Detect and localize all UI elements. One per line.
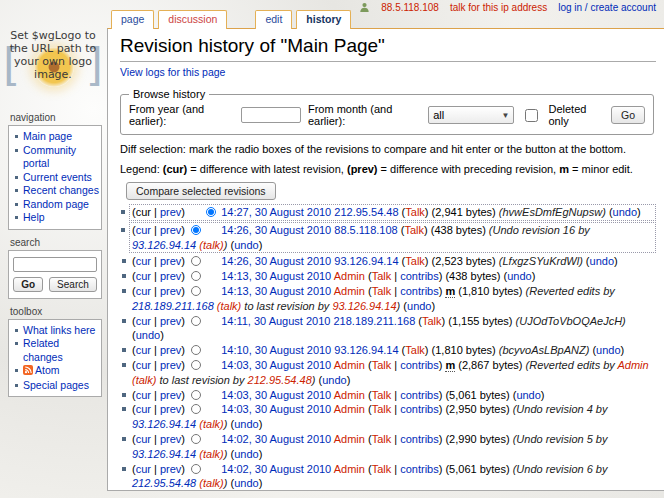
revision-user-link[interactable]: Admin [334, 359, 365, 371]
revision-select-radio[interactable] [191, 434, 201, 444]
tab-discussion[interactable]: discussion [158, 10, 227, 29]
cur-link[interactable]: cur [136, 224, 151, 236]
revision-select-radio[interactable] [191, 404, 201, 414]
revision-time-link[interactable]: 14:03, 30 August 2010 [221, 403, 331, 415]
revision-user-link[interactable]: 88.5.118.108 [334, 224, 397, 236]
login-link[interactable]: log in / create account [558, 2, 656, 13]
revision-time-link[interactable]: 14:26, 30 August 2010 [221, 255, 331, 267]
comment-link[interactable]: (talk) [199, 448, 223, 460]
user-contribs-link[interactable]: contribs [400, 433, 439, 445]
revision-time-link[interactable]: 14:26, 30 August 2010 [221, 224, 331, 236]
revision-select-radio[interactable] [191, 360, 201, 370]
revision-user-link[interactable]: Admin [334, 433, 365, 445]
cur-link[interactable]: cur [136, 285, 151, 297]
comment-link[interactable]: 93.126.94.14 [332, 300, 396, 312]
prev-link[interactable]: prev [160, 389, 181, 401]
cur-link[interactable]: cur [136, 433, 151, 445]
undo-link[interactable]: undo [516, 389, 540, 401]
sidebar-item-recent-changes[interactable]: Recent changes [13, 184, 99, 198]
revision-select-radio[interactable] [191, 464, 201, 474]
view-logs-link[interactable]: View logs for this page [120, 66, 225, 78]
revision-select-radio[interactable] [191, 316, 201, 326]
user-ip-link[interactable]: 88.5.118.108 [381, 2, 439, 13]
undo-link[interactable]: undo [234, 448, 258, 460]
prev-link[interactable]: prev [160, 285, 181, 297]
undo-link[interactable]: undo [613, 206, 637, 218]
from-year-input[interactable] [241, 107, 301, 123]
sidebar-item-main-page[interactable]: Main page [13, 130, 99, 144]
undo-link[interactable]: undo [136, 329, 160, 341]
prev-link[interactable]: prev [160, 224, 181, 236]
cur-link[interactable]: cur [136, 403, 151, 415]
cur-link[interactable]: cur [136, 389, 151, 401]
tab-edit[interactable]: edit [255, 10, 292, 29]
cur-link[interactable]: cur [136, 270, 151, 282]
user-talk-link[interactable]: Talk [372, 270, 392, 282]
revision-time-link[interactable]: 14:02, 30 August 2010 [221, 463, 331, 475]
user-talk-link[interactable]: Talk [405, 206, 425, 218]
user-contribs-link[interactable]: contribs [400, 359, 439, 371]
ip-talk-link[interactable]: talk for this ip address [450, 2, 547, 13]
prev-link[interactable]: prev [160, 206, 181, 218]
revision-time-link[interactable]: 14:13, 30 August 2010 [221, 285, 331, 297]
revision-user-link[interactable]: 93.126.94.14 [334, 344, 398, 356]
search-input[interactable] [13, 257, 97, 272]
user-talk-link[interactable]: Talk [404, 224, 424, 236]
sidebar-item-random-page[interactable]: Random page [13, 198, 99, 212]
revision-time-link[interactable]: 14:03, 30 August 2010 [221, 359, 331, 371]
revision-user-link[interactable]: 212.95.54.48 [334, 206, 398, 218]
undo-link[interactable]: undo [234, 477, 258, 489]
revision-time-link[interactable]: 14:11, 30 August 2010 [221, 315, 330, 327]
comment-link[interactable]: 212.95.54.48 [248, 374, 312, 386]
undo-link[interactable]: undo [507, 270, 531, 282]
cur-link[interactable]: cur [136, 255, 151, 267]
comment-link[interactable]: 218.189.211.168 [132, 300, 214, 312]
user-talk-link[interactable]: Talk [372, 285, 392, 297]
logo-placeholder[interactable]: [ ] Set $wgLogo to the URL path to your … [4, 27, 102, 109]
revision-select-radio[interactable] [191, 345, 201, 355]
comment-link[interactable]: 212.95.54.48 [132, 477, 196, 489]
tab-page[interactable]: page [111, 10, 154, 29]
sidebar-item-help[interactable]: Help [13, 211, 99, 225]
revision-user-link[interactable]: Admin [334, 463, 365, 475]
revision-select-radio[interactable] [191, 271, 201, 281]
cur-link[interactable]: cur [136, 359, 151, 371]
revision-user-link[interactable]: 93.126.94.14 [334, 255, 398, 267]
comment-link[interactable]: Admin [617, 359, 648, 371]
comment-link[interactable]: (talk) [132, 374, 156, 386]
revision-select-radio[interactable] [191, 256, 201, 266]
revision-select-radio[interactable] [191, 286, 201, 296]
sidebar-item-community-portal[interactable]: Community portal [13, 144, 99, 171]
revision-user-link[interactable]: Admin [334, 389, 365, 401]
comment-link[interactable]: 93.126.94.14 [132, 448, 196, 460]
user-talk-link[interactable]: Talk [405, 344, 425, 356]
revision-time-link[interactable]: 14:02, 30 August 2010 [221, 433, 331, 445]
cur-link[interactable]: cur [136, 315, 151, 327]
comment-link[interactable]: (talk) [199, 239, 223, 251]
prev-link[interactable]: prev [160, 270, 181, 282]
sidebar-item-what-links-here[interactable]: What links here [13, 324, 99, 338]
cur-link[interactable]: cur [136, 344, 151, 356]
search-go-button[interactable]: Go [13, 277, 43, 292]
revision-select-radio[interactable] [191, 390, 201, 400]
user-contribs-link[interactable]: contribs [400, 389, 439, 401]
user-talk-link[interactable]: Talk [422, 315, 442, 327]
user-talk-link[interactable]: Talk [372, 403, 392, 415]
undo-link[interactable]: undo [234, 418, 258, 430]
prev-link[interactable]: prev [160, 403, 181, 415]
revision-time-link[interactable]: 14:27, 30 August 2010 [221, 206, 331, 218]
revision-user-link[interactable]: Admin [334, 270, 365, 282]
revision-select-radio[interactable] [191, 225, 201, 235]
user-talk-link[interactable]: Talk [372, 359, 392, 371]
prev-link[interactable]: prev [160, 315, 181, 327]
tab-history[interactable]: history [296, 10, 351, 29]
prev-link[interactable]: prev [160, 433, 181, 445]
undo-link[interactable]: undo [596, 344, 620, 356]
comment-link[interactable]: 93.126.94.14 [132, 239, 196, 251]
user-contribs-link[interactable]: contribs [400, 403, 439, 415]
user-contribs-link[interactable]: contribs [400, 463, 439, 475]
undo-link[interactable]: undo [407, 300, 431, 312]
comment-link[interactable]: (talk) [217, 300, 241, 312]
sidebar-item-atom[interactable]: Atom [13, 364, 99, 379]
undo-link[interactable]: undo [234, 239, 258, 251]
